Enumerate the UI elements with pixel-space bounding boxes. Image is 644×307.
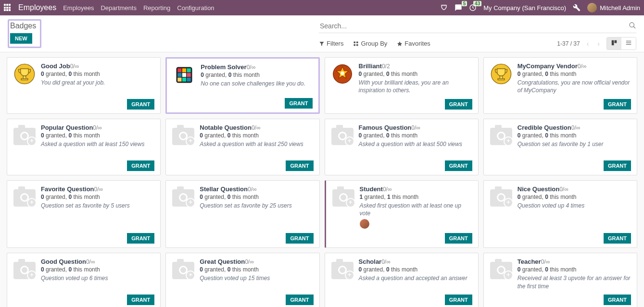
badge-card[interactable]: Famous Question0/∞0 granted, 0 this mont…: [325, 119, 479, 175]
card-footer: GRANT: [332, 230, 472, 244]
grant-button[interactable]: GRANT: [127, 233, 154, 244]
badge-icon: [490, 185, 513, 209]
nav-departments[interactable]: Departments: [101, 4, 136, 12]
badge-desc: Asked a question and accepted an answer: [359, 274, 472, 282]
badge-title: Good Job: [41, 62, 70, 70]
card-top: Popular Question0/∞0 granted, 0 this mon…: [13, 124, 154, 148]
badge-card[interactable]: Good Job0/∞0 granted, 0 this monthYou di…: [7, 57, 161, 114]
favorites-label: Favorites: [404, 40, 430, 47]
svg-rect-17: [187, 68, 191, 72]
badge-limit: 0/∞: [541, 258, 550, 265]
groupby-label: Group By: [361, 40, 387, 47]
badge-card[interactable]: Scholar0/∞0 granted, 0 this monthAsked a…: [325, 253, 479, 307]
activities-icon[interactable]: 43: [469, 4, 477, 12]
card-title-row: Problem Solver0/∞: [201, 63, 312, 71]
app-brand[interactable]: Employees: [18, 3, 56, 12]
grant-button[interactable]: GRANT: [127, 295, 154, 305]
badge-desc: With your brilliant ideas, you are an in…: [359, 79, 472, 94]
nav-reporting[interactable]: Reporting: [143, 4, 170, 12]
pager-next[interactable]: ›: [595, 39, 602, 49]
badge-icon: [490, 258, 513, 281]
grant-button[interactable]: GRANT: [604, 99, 631, 110]
badge-card[interactable]: Student0/∞1 granted, 1 this monthAsked f…: [325, 180, 479, 248]
svg-rect-28: [498, 79, 505, 80]
badge-card[interactable]: Teacher0/∞0 granted, 0 this monthReceive…: [483, 253, 637, 307]
grant-button[interactable]: GRANT: [604, 295, 631, 305]
card-body: Teacher0/∞0 granted, 0 this monthReceive…: [518, 258, 631, 290]
badge-icon: [13, 185, 36, 209]
badge-icon: [13, 258, 36, 281]
badge-title: Student: [360, 185, 383, 193]
badge-icon: [331, 258, 354, 281]
settings-icon[interactable]: [573, 4, 581, 12]
card-footer: GRANT: [172, 158, 313, 171]
grant-button[interactable]: GRANT: [285, 98, 312, 109]
apps-icon[interactable]: [4, 4, 12, 12]
grantee-avatar[interactable]: [360, 219, 369, 229]
badge-stats: 0 granted, 0 this month: [518, 132, 631, 139]
user-menu[interactable]: Mitchell Admin: [587, 3, 640, 12]
voip-icon[interactable]: [440, 4, 448, 12]
badge-card[interactable]: MyCompany Vendor0/∞0 granted, 0 this mon…: [483, 57, 637, 114]
nav-configuration[interactable]: Configuration: [177, 4, 214, 12]
svg-rect-4: [354, 44, 356, 46]
svg-rect-6: [612, 40, 614, 46]
badge-card[interactable]: Nice Question0/∞0 granted, 0 this monthQ…: [483, 180, 637, 248]
card-body: Good Job0/∞0 granted, 0 this monthYou di…: [41, 62, 154, 86]
card-top: Credible Question0/∞0 granted, 0 this mo…: [490, 124, 631, 148]
search-input[interactable]: [319, 21, 629, 31]
badge-desc: Asked a question with at least 150 views: [41, 140, 154, 148]
grant-button[interactable]: GRANT: [445, 160, 472, 171]
badge-desc: Question set as favorite by 5 users: [41, 202, 154, 209]
company-selector[interactable]: My Company (San Francisco): [483, 4, 566, 12]
filters-button[interactable]: Filters: [319, 40, 343, 47]
messages-icon[interactable]: 5: [455, 4, 462, 12]
card-footer: GRANT: [331, 96, 472, 110]
badge-card[interactable]: Notable Question0/∞0 granted, 0 this mon…: [165, 119, 319, 175]
grant-button[interactable]: GRANT: [286, 295, 313, 305]
grant-button[interactable]: GRANT: [604, 233, 631, 244]
badge-title: Famous Question: [359, 124, 412, 131]
grant-button[interactable]: GRANT: [127, 99, 154, 110]
view-kanban-button[interactable]: [607, 37, 621, 49]
badge-card[interactable]: Popular Question0/∞0 granted, 0 this mon…: [7, 119, 161, 175]
badge-card[interactable]: Credible Question0/∞0 granted, 0 this mo…: [483, 119, 637, 175]
badge-card[interactable]: Great Question0/∞0 granted, 0 this month…: [165, 253, 319, 307]
grant-button[interactable]: GRANT: [127, 160, 154, 171]
groupby-button[interactable]: Group By: [353, 40, 387, 47]
card-top: Teacher0/∞0 granted, 0 this monthReceive…: [490, 258, 631, 290]
badge-limit: 0/∞: [411, 124, 420, 131]
pager-text[interactable]: 1-37 / 37: [557, 40, 580, 47]
badge-card[interactable]: Brilliant0/20 granted, 0 this monthWith …: [325, 57, 479, 114]
topbar-left: Employees Employees Departments Reportin…: [4, 3, 215, 12]
topbar: Employees Employees Departments Reportin…: [0, 0, 644, 15]
badge-limit: 0/∞: [94, 186, 103, 193]
new-button[interactable]: NEW: [10, 33, 32, 44]
nav-employees[interactable]: Employees: [63, 4, 94, 12]
search-icon[interactable]: [629, 22, 636, 31]
card-top: Student0/∞1 granted, 1 this monthAsked f…: [332, 185, 472, 230]
card-title-row: Brilliant0/2: [359, 62, 472, 70]
card-footer: GRANT: [331, 158, 472, 171]
grant-button[interactable]: GRANT: [286, 233, 313, 244]
view-list-button[interactable]: [621, 37, 636, 49]
grant-button[interactable]: GRANT: [604, 160, 631, 171]
svg-point-25: [340, 72, 344, 75]
badge-card[interactable]: Favorite Question0/∞0 granted, 0 this mo…: [7, 180, 161, 248]
grant-button[interactable]: GRANT: [445, 233, 472, 244]
svg-rect-3: [356, 41, 358, 43]
favorites-button[interactable]: Favorites: [397, 40, 430, 47]
badge-desc: Question set as favorite by 25 users: [200, 202, 313, 209]
pager-prev[interactable]: ‹: [585, 39, 591, 49]
badge-card[interactable]: Problem Solver0/∞0 granted, 0 this month…: [165, 57, 319, 114]
badge-card[interactable]: Good Question0/∞0 granted, 0 this monthQ…: [7, 253, 161, 307]
badge-card[interactable]: Stellar Question0/∞0 granted, 0 this mon…: [165, 180, 319, 248]
grant-button[interactable]: GRANT: [286, 160, 313, 171]
card-body: Notable Question0/∞0 granted, 0 this mon…: [200, 124, 313, 148]
grant-button[interactable]: GRANT: [445, 99, 472, 110]
badge-title: Stellar Question: [200, 185, 248, 193]
kanban-view: Good Job0/∞0 granted, 0 this monthYou di…: [0, 52, 644, 307]
search-bar: [319, 19, 636, 33]
card-top: Notable Question0/∞0 granted, 0 this mon…: [172, 124, 313, 148]
grant-button[interactable]: GRANT: [445, 295, 472, 305]
